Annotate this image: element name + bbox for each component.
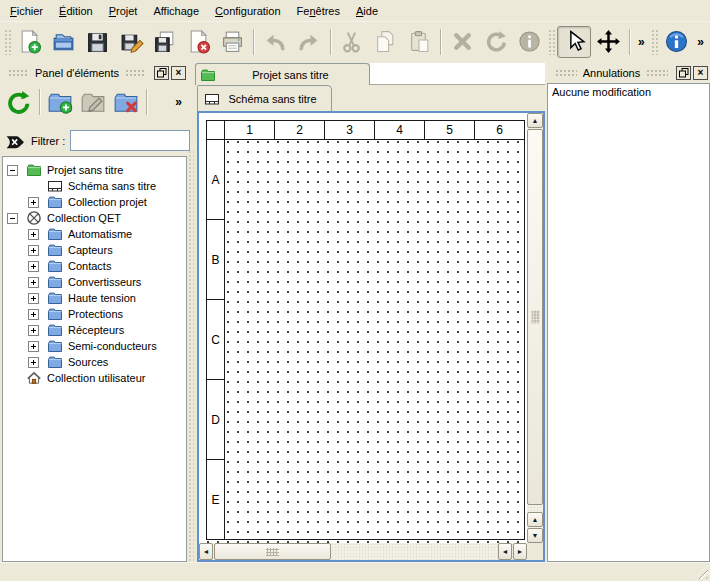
horizontal-scroll-thumb[interactable]: [214, 543, 331, 560]
pan-mode-button[interactable]: [591, 26, 625, 58]
menu-fenetres[interactable]: Fenêtres: [289, 2, 348, 20]
collapse-icon[interactable]: [7, 213, 18, 224]
tree-item-label: Protections: [63, 308, 123, 320]
tree-item-automatisme[interactable]: Automatisme: [3, 226, 186, 242]
toolbar-overflow-button[interactable]: »: [171, 95, 186, 109]
menu-affichage[interactable]: Affichage: [145, 2, 207, 20]
dock-splitter[interactable]: [188, 150, 194, 562]
tree-item-label: Semi-conducteurs: [63, 340, 157, 352]
expand-icon[interactable]: [28, 293, 39, 304]
cut-button[interactable]: [335, 26, 369, 58]
expand-icon[interactable]: [28, 229, 39, 240]
grid-row-label: D: [206, 379, 225, 460]
close-document-button[interactable]: [182, 26, 216, 58]
copy-icon: [373, 29, 398, 54]
reload-collections-icon: [5, 89, 31, 115]
folder-icon: [47, 226, 63, 242]
vertical-scrollbar[interactable]: ▲ ▲ ▼: [527, 113, 543, 543]
menu-edition[interactable]: Édition: [51, 2, 101, 20]
about-qet-button[interactable]: [660, 26, 694, 58]
tree-item-projet-sans-titre[interactable]: Projet sans titre: [3, 162, 186, 178]
tree-item-haute-tension[interactable]: Haute tension: [3, 290, 186, 306]
filter-row: Filtrer :: [4, 130, 188, 152]
menu-configuration[interactable]: Configuration: [207, 2, 288, 20]
close-panel-button[interactable]: ×: [171, 66, 186, 80]
tree-item-collection-projet[interactable]: Collection projet: [3, 194, 186, 210]
toolbar-overflow-button[interactable]: »: [634, 35, 649, 49]
toolbar-overflow-button[interactable]: »: [693, 35, 708, 49]
tree-item-semiconducteurs[interactable]: Semi-conducteurs: [3, 338, 186, 354]
tree-item-protections[interactable]: Protections: [3, 306, 186, 322]
status-bar: [0, 562, 710, 581]
object-info-button[interactable]: [513, 26, 547, 58]
expand-icon[interactable]: [28, 357, 39, 368]
tree-item-collection-qet[interactable]: Collection QET: [3, 210, 186, 226]
clear-filter-icon[interactable]: [4, 133, 25, 149]
expand-icon[interactable]: [28, 261, 39, 272]
new-document-button[interactable]: [13, 26, 47, 58]
float-panel-button[interactable]: [676, 66, 691, 80]
tree-item-label: Sources: [63, 356, 108, 368]
folder-icon: [47, 338, 63, 354]
vertical-scroll-thumb[interactable]: [527, 129, 543, 505]
scroll-up-button[interactable]: ▲: [527, 113, 543, 128]
filter-input[interactable]: [70, 130, 190, 151]
titlebar-texture: [125, 69, 146, 77]
new-category-icon: [47, 89, 73, 115]
scroll-right-icon: ►: [517, 548, 524, 555]
undo-list-item[interactable]: Aucune modification: [548, 84, 709, 100]
select-mode-button[interactable]: [557, 26, 591, 58]
expand-icon[interactable]: [28, 325, 39, 336]
tree-item-capteurs[interactable]: Capteurs: [3, 242, 186, 258]
delete-category-button[interactable]: [110, 86, 143, 118]
tree-item-schema-sans-titre[interactable]: Schéma sans titre: [3, 178, 186, 194]
toolbar-separator: [629, 29, 630, 55]
copy-button[interactable]: [369, 26, 403, 58]
schema-canvas[interactable]: 123456 ABCDE: [199, 113, 527, 543]
tab-project[interactable]: Projet sans titre: [195, 63, 370, 85]
reload-collections-button[interactable]: [2, 86, 35, 118]
tree-item-sources[interactable]: Sources: [3, 354, 186, 370]
edit-category-button[interactable]: [77, 86, 110, 118]
scroll-right-button[interactable]: ►: [513, 543, 527, 560]
toolbar-handle[interactable]: [651, 29, 658, 55]
new-category-button[interactable]: [44, 86, 77, 118]
close-panel-button[interactable]: ×: [693, 66, 708, 80]
undo-button[interactable]: [258, 26, 292, 58]
tree-item-label: Collection utilisateur: [42, 372, 145, 384]
tree-item-collection-utilisateur[interactable]: Collection utilisateur: [3, 370, 186, 386]
toolbar-handle[interactable]: [4, 29, 11, 55]
scroll-up-button-2[interactable]: ▲: [527, 512, 543, 527]
toolbar-handle[interactable]: [548, 29, 555, 55]
float-panel-button[interactable]: [154, 66, 169, 80]
redo-button[interactable]: [292, 26, 326, 58]
tab-schema[interactable]: Schéma sans titre: [197, 85, 332, 111]
menu-projet[interactable]: Projet: [101, 2, 146, 20]
open-document-button[interactable]: [47, 26, 81, 58]
menu-fichier[interactable]: Fichier: [2, 2, 51, 20]
save-all-icon: [152, 29, 177, 54]
scroll-left-button[interactable]: ◄: [199, 543, 213, 560]
scroll-left-button-2[interactable]: ◄: [498, 543, 512, 560]
open-document-icon: [51, 29, 76, 54]
save-as-button[interactable]: [114, 26, 148, 58]
save-button[interactable]: [80, 26, 114, 58]
tree-item-contacts[interactable]: Contacts: [3, 258, 186, 274]
paste-button[interactable]: [402, 26, 436, 58]
resize-grip[interactable]: [694, 565, 708, 579]
scroll-down-button[interactable]: ▼: [527, 528, 543, 543]
expand-icon[interactable]: [28, 277, 39, 288]
menu-aide[interactable]: Aide: [348, 2, 386, 20]
horizontal-scrollbar[interactable]: ◄ ◄ ►: [199, 543, 527, 560]
delete-button[interactable]: [445, 26, 479, 58]
rotate-button[interactable]: [479, 26, 513, 58]
collapse-icon[interactable]: [7, 165, 18, 176]
save-all-button[interactable]: [148, 26, 182, 58]
expand-icon[interactable]: [28, 245, 39, 256]
print-button[interactable]: [216, 26, 250, 58]
expand-icon[interactable]: [28, 197, 39, 208]
tree-item-convertisseurs[interactable]: Convertisseurs: [3, 274, 186, 290]
expand-icon[interactable]: [28, 341, 39, 352]
expand-icon[interactable]: [28, 309, 39, 320]
tree-item-recepteurs[interactable]: Récepteurs: [3, 322, 186, 338]
